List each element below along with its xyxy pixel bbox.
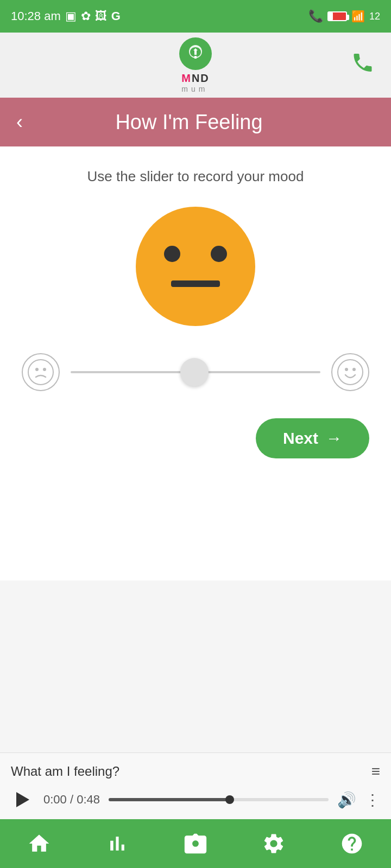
app-header: MND mum (0, 33, 391, 98)
svg-point-5 (338, 360, 363, 385)
slider-track[interactable] (71, 371, 320, 373)
sim-icon: ▣ (65, 9, 77, 23)
status-time-area: 10:28 am ▣ ✿ 🖼 G (11, 9, 121, 23)
next-button[interactable]: Next → (256, 418, 369, 458)
svg-point-6 (345, 368, 348, 371)
audio-controls-row: 0:00 / 0:48 🔊 ⋮ (11, 788, 380, 812)
play-triangle-icon (16, 792, 29, 807)
emoji-face (136, 207, 255, 326)
volume-icon[interactable]: 🔊 (337, 791, 356, 809)
emoji-container (16, 207, 375, 326)
status-bar: 10:28 am ▣ ✿ 🖼 G 📞 📶 12 (0, 0, 391, 33)
status-time: 10:28 am (11, 9, 61, 23)
hamburger-icon[interactable]: ≡ (371, 763, 380, 780)
svg-point-7 (352, 368, 356, 371)
emoji-mouth (171, 280, 220, 287)
more-options-icon[interactable]: ⋮ (365, 791, 380, 809)
status-icons-area: 📞 📶 12 (308, 9, 380, 23)
audio-progress-bar[interactable] (109, 798, 329, 801)
emoji-eyes (136, 246, 255, 262)
svg-point-2 (28, 360, 53, 385)
nav-settings[interactable] (262, 832, 286, 856)
battery-level: 12 (369, 11, 380, 22)
sad-emoji (22, 353, 60, 391)
nav-stats[interactable] (105, 832, 129, 856)
nfc-icon: ✿ (81, 9, 91, 23)
nav-camera[interactable] (184, 832, 207, 856)
audio-player: What am I feeling? ≡ 0:00 / 0:48 🔊 ⋮ (0, 752, 391, 819)
mood-instruction: Use the slider to record your mood (16, 168, 375, 185)
audio-title-row: What am I feeling? ≡ (11, 763, 380, 780)
page-header: ‹ How I'm Feeling (0, 98, 391, 146)
phone-icon[interactable] (351, 51, 375, 80)
main-content: Use the slider to record your mood (0, 146, 391, 580)
wifi-icon: 📶 (351, 10, 365, 23)
happy-emoji (331, 353, 369, 391)
call-icon: 📞 (308, 9, 323, 23)
logo-text: MND mum (181, 72, 210, 93)
next-label: Next (283, 429, 318, 448)
audio-time: 0:00 / 0:48 (43, 793, 100, 807)
slider-thumb[interactable] (180, 358, 209, 386)
g-icon: G (111, 9, 121, 23)
audio-title: What am I feeling? (11, 764, 119, 779)
emoji-eye-left (164, 246, 180, 262)
next-button-row: Next → (16, 418, 375, 458)
battery-icon (327, 11, 347, 21)
back-button[interactable]: ‹ (16, 111, 23, 133)
slider-section (16, 353, 375, 391)
emoji-eye-right (211, 246, 227, 262)
nav-home[interactable] (27, 832, 51, 856)
svg-point-4 (43, 368, 46, 371)
bottom-nav (0, 819, 391, 868)
audio-progress-thumb (225, 795, 234, 804)
nav-help[interactable] (340, 832, 364, 856)
audio-progress-fill (109, 798, 230, 801)
image-icon: 🖼 (95, 9, 107, 23)
next-arrow-icon: → (326, 429, 342, 448)
logo: MND mum (179, 37, 212, 93)
svg-point-3 (35, 368, 39, 371)
logo-tree-icon (179, 37, 212, 70)
logo-m: M (181, 72, 192, 84)
svg-rect-1 (194, 56, 197, 59)
play-button[interactable] (11, 788, 35, 812)
tree-svg (186, 44, 205, 63)
page-title: How I'm Feeling (34, 111, 344, 134)
logo-sub: mum (181, 85, 210, 93)
